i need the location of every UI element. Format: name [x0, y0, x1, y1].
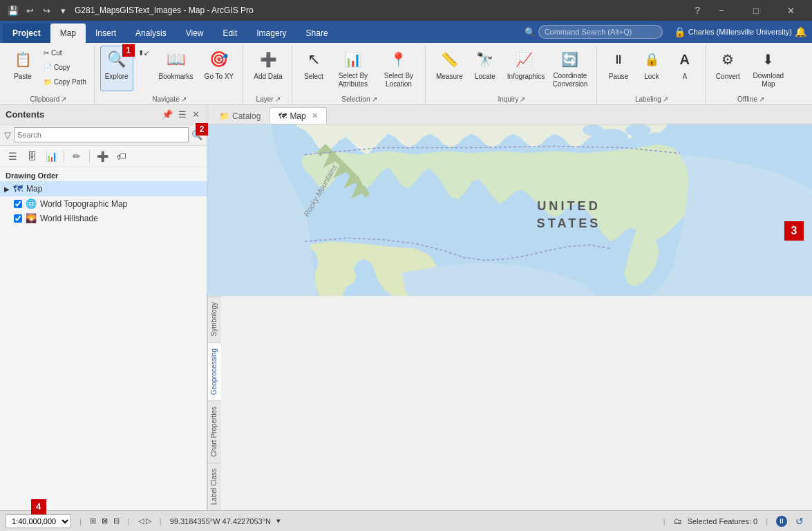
- infographics-button[interactable]: 📈 Infographics: [502, 46, 547, 91]
- symbology-panel-item[interactable]: Symbology: [208, 296, 221, 342]
- copy-button[interactable]: 📄 Copy: [40, 60, 90, 74]
- notification-icon[interactable]: 🔔: [795, 26, 806, 37]
- bookmarks-button[interactable]: 📖 Bookmarks: [154, 46, 198, 91]
- locate-icon: 🔭: [474, 48, 496, 71]
- catalog-tab[interactable]: 📁 Catalog: [210, 107, 270, 124]
- svg-point-3: [583, 124, 603, 136]
- map-layer-name: Map: [26, 184, 42, 194]
- ribbon-group-offline: ⚙ Convert ⬇ Download Map Offline ↗: [707, 46, 795, 104]
- select-by-location-button[interactable]: 📍 Select By Location: [377, 46, 421, 91]
- refresh-button[interactable]: ↺: [793, 514, 806, 528]
- layer-item-map[interactable]: ▶ 🗺 Map: [0, 181, 207, 196]
- locate-button[interactable]: 🔭 Locate: [469, 46, 501, 91]
- tab-imagery[interactable]: Imagery: [247, 24, 296, 43]
- close-button[interactable]: ✕: [775, 0, 806, 21]
- selection-expand-icon[interactable]: ↗: [372, 95, 377, 103]
- undo-icon[interactable]: ↩: [22, 3, 37, 18]
- layer-expand-icon[interactable]: ↗: [275, 95, 281, 103]
- panel-pin-icon[interactable]: 📌: [160, 109, 174, 120]
- filter-icon[interactable]: ▽: [4, 130, 11, 140]
- add-data-button[interactable]: ➕ Add Data: [249, 46, 287, 91]
- cut-button[interactable]: ✂ Cut: [40, 46, 90, 59]
- nav-arrows-icon: ⬆↙: [138, 49, 149, 57]
- download-map-icon: ⬇: [757, 48, 780, 70]
- inquiry-expand-icon[interactable]: ↗: [520, 95, 525, 103]
- panel-header: Contents 📌 ☰ ✕: [0, 105, 207, 124]
- tab-map[interactable]: Map: [50, 24, 86, 43]
- map-tools-icon-2[interactable]: ⊠: [102, 516, 108, 525]
- go-to-xy-button[interactable]: 🎯 Go To XY: [200, 46, 239, 91]
- tab-view[interactable]: View: [176, 24, 214, 43]
- maximize-button[interactable]: □: [740, 0, 772, 21]
- panel-close-icon[interactable]: ✕: [191, 109, 201, 120]
- database-icon-btn[interactable]: 🗄: [23, 149, 40, 164]
- map-tools-icon-1[interactable]: ⊞: [90, 516, 96, 525]
- geoprocessing-panel-item[interactable]: Geoprocessing: [208, 342, 221, 400]
- window-controls: − □ ✕: [706, 0, 806, 21]
- progress-button[interactable]: ⏸: [776, 516, 787, 527]
- cut-icon: ✂: [44, 49, 49, 57]
- bookmarks-label: Bookmarks: [159, 73, 193, 81]
- status-sep-1: |: [79, 517, 82, 525]
- coord-dropdown-icon[interactable]: ▾: [276, 516, 281, 525]
- tab-edit[interactable]: Edit: [214, 24, 247, 43]
- nav-arrows-status[interactable]: ◁ ▷: [138, 516, 151, 525]
- list-icon-btn[interactable]: ☰: [4, 149, 21, 164]
- labeling-group-label: Labeling ↗: [603, 94, 701, 104]
- layer-item-world-hillshade[interactable]: 🌄 World Hillshade: [0, 211, 207, 225]
- number-box-4-bottom: 4: [31, 499, 46, 514]
- copy-path-button[interactable]: 📁 Copy Path: [40, 75, 90, 88]
- chart-properties-panel-item[interactable]: Chart Properties: [208, 400, 221, 463]
- paste-button[interactable]: 📋 Paste: [7, 46, 39, 91]
- help-icon[interactable]: ?: [695, 5, 700, 16]
- tab-analysis[interactable]: Analysis: [126, 24, 176, 43]
- tab-project[interactable]: Project: [3, 24, 50, 43]
- explore-label: Explore: [105, 73, 129, 81]
- lock-label-label: Lock: [644, 73, 659, 81]
- label-class-panel-item[interactable]: Label Class: [208, 463, 221, 510]
- number-box-3: 3: [784, 221, 804, 241]
- world-hillshade-checkbox[interactable]: [14, 214, 22, 223]
- tab-share[interactable]: Share: [296, 24, 338, 43]
- add-icon-btn[interactable]: ➕: [94, 149, 111, 164]
- layer-item-world-topo[interactable]: 🌐 World Topographic Map: [0, 196, 207, 211]
- pencil-icon-btn[interactable]: ✏: [68, 149, 85, 164]
- panel-menu-icon[interactable]: ☰: [177, 109, 188, 120]
- offline-group-label: Offline ↗: [711, 94, 791, 104]
- select-by-attributes-icon: 📊: [342, 48, 364, 70]
- search-input[interactable]: [14, 127, 189, 142]
- svg-point-4: [610, 139, 638, 150]
- map-tools-icon-3[interactable]: ⊟: [113, 516, 120, 525]
- text-symbol-button[interactable]: A A: [669, 46, 701, 91]
- world-topo-checkbox[interactable]: [14, 200, 22, 208]
- download-map-button[interactable]: ⬇ Download Map: [746, 46, 791, 91]
- scale-select[interactable]: 1:40,000,000 1:20,000,000 1:10,000,000: [6, 514, 71, 528]
- lock-label-button[interactable]: 🔒 Lock: [636, 46, 668, 91]
- chart-icon-btn[interactable]: 📊: [43, 149, 59, 164]
- command-search-input[interactable]: [538, 25, 663, 39]
- navigate-expand-icon[interactable]: ↗: [181, 95, 187, 103]
- coordinate-conversion-button[interactable]: 🔄 Coordinate Conversion: [548, 46, 592, 91]
- map-container[interactable]: Rocky Mountains CANADA UNITED STATES MÉX…: [207, 124, 812, 296]
- pause-button[interactable]: ⏸ Pause: [603, 46, 634, 91]
- save-icon[interactable]: 💾: [6, 3, 21, 18]
- labeling-expand-icon[interactable]: ↗: [663, 95, 668, 103]
- status-sep-4: |: [663, 517, 665, 525]
- map-tab-close-icon[interactable]: ✕: [312, 111, 318, 120]
- offline-expand-icon[interactable]: ↗: [759, 95, 764, 103]
- measure-button[interactable]: 📏 Measure: [431, 46, 468, 91]
- more-icon[interactable]: ▾: [55, 3, 70, 18]
- tag-icon-btn[interactable]: 🏷: [113, 149, 130, 164]
- select-by-attributes-button[interactable]: 📊 Select By Attributes: [331, 46, 375, 91]
- convert-button[interactable]: ⚙ Convert: [711, 46, 745, 91]
- tab-insert[interactable]: Insert: [86, 24, 126, 43]
- clipboard-expand-icon[interactable]: ↗: [61, 95, 66, 103]
- map-tab-icon: 🗺: [278, 111, 287, 121]
- map-tab[interactable]: 🗺 Map ✕: [270, 107, 326, 124]
- layer-buttons: ➕ Add Data: [249, 46, 287, 94]
- copy-label: Copy: [54, 64, 70, 71]
- redo-icon[interactable]: ↪: [39, 3, 54, 18]
- select-button[interactable]: ↖ Select: [298, 46, 330, 91]
- nav-arrows-button[interactable]: ⬆↙: [135, 46, 153, 59]
- minimize-button[interactable]: −: [706, 0, 737, 21]
